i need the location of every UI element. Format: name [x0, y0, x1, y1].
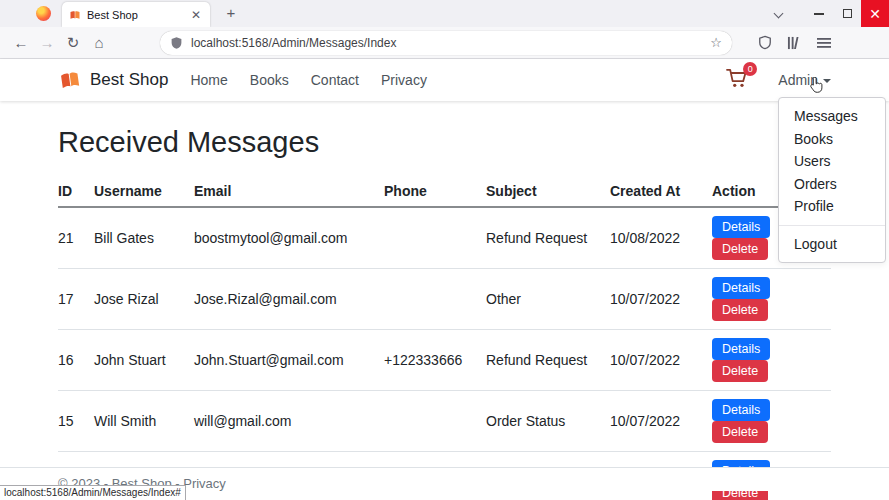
table-header-row: ID Username Email Phone Subject Created … [58, 176, 831, 207]
cell-subject: Order Status [486, 391, 610, 452]
cell-id: 21 [58, 207, 94, 269]
tab-list-chevron-icon[interactable] [775, 10, 783, 18]
page-title: Received Messages [58, 126, 831, 159]
table-row: 16 John Stuart John.Stuart@gmail.com +12… [58, 330, 831, 391]
bookmark-star-icon[interactable]: ☆ [710, 35, 722, 50]
cell-created: 10/08/2022 [610, 207, 712, 269]
nav-contact[interactable]: Contact [311, 72, 359, 88]
cell-phone [384, 269, 486, 330]
url-text[interactable]: localhost:5168/Admin/Messages/Index [191, 36, 710, 50]
details-button[interactable]: Details [712, 399, 770, 421]
cell-action: DetailsDelete [712, 269, 831, 330]
chevron-down-icon [823, 79, 831, 83]
firefox-icon [36, 6, 51, 21]
site-header: Best Shop Home Books Contact Privacy 0 A… [0, 59, 889, 101]
toolbar-right-icons [758, 35, 831, 50]
admin-dropdown-menu: Messages Books Users Orders Profile Logo… [778, 97, 886, 263]
cell-username: Will Smith [94, 391, 194, 452]
forward-icon: → [34, 34, 60, 51]
col-header-username: Username [94, 176, 194, 207]
cell-username: Bill Gates [94, 207, 194, 269]
details-button[interactable]: Details [712, 277, 770, 299]
cell-subject: Refund Request [486, 330, 610, 391]
messages-table: ID Username Email Phone Subject Created … [58, 176, 831, 500]
cell-phone: +122333666 [384, 330, 486, 391]
cell-created: 10/07/2022 [610, 391, 712, 452]
tab-title: Best Shop [87, 9, 189, 21]
main-content: Received Messages ID Username Email Phon… [0, 101, 889, 500]
admin-dropdown-toggle[interactable]: Admin [778, 72, 831, 88]
cell-subject: Other [486, 269, 610, 330]
header-right: 0 Admin [726, 68, 831, 92]
brand[interactable]: Best Shop [58, 69, 168, 91]
library-icon[interactable] [787, 36, 802, 50]
delete-button[interactable]: Delete [712, 238, 768, 260]
cell-id: 15 [58, 391, 94, 452]
nav-home[interactable]: Home [190, 72, 227, 88]
cell-email: Jose.Rizal@gmail.com [194, 269, 384, 330]
col-header-phone: Phone [384, 176, 486, 207]
cell-email: John.Stuart@gmail.com [194, 330, 384, 391]
browser-tab[interactable]: Best Shop ✕ [62, 2, 210, 27]
menu-item-logout[interactable]: Logout [779, 233, 885, 256]
delete-button[interactable]: Delete [712, 360, 768, 382]
window-controls: ✕ [805, 0, 889, 27]
tab-favicon-icon [69, 9, 81, 21]
col-header-email: Email [194, 176, 384, 207]
shield-icon[interactable] [170, 36, 183, 50]
menu-divider [779, 225, 885, 226]
maximize-button[interactable] [833, 0, 861, 27]
address-bar[interactable]: localhost:5168/Admin/Messages/Index ☆ [160, 31, 732, 55]
cell-phone [384, 391, 486, 452]
cell-phone [384, 207, 486, 269]
status-bar: localhost:5168/Admin/Messages/Index# [0, 485, 186, 500]
table-row: 21 Bill Gates boostmytool@gmail.com Refu… [58, 207, 831, 269]
menu-item-users[interactable]: Users [779, 150, 885, 173]
col-header-created: Created At [610, 176, 712, 207]
protections-shield-icon[interactable] [758, 35, 772, 50]
new-tab-button[interactable]: + [222, 4, 240, 22]
cell-created: 10/07/2022 [610, 330, 712, 391]
main-nav: Home Books Contact Privacy [190, 72, 426, 88]
cart-badge: 0 [743, 62, 757, 76]
table-row: 17 Jose Rizal Jose.Rizal@gmail.com Other… [58, 269, 831, 330]
nav-privacy[interactable]: Privacy [381, 72, 427, 88]
cell-action: DetailsDelete [712, 391, 831, 452]
cell-action: DetailsDelete [712, 330, 831, 391]
minimize-button[interactable] [805, 0, 833, 27]
nav-books[interactable]: Books [250, 72, 289, 88]
cell-email: boostmytool@gmail.com [194, 207, 384, 269]
cell-email: will@gmail.com [194, 391, 384, 452]
menu-item-orders[interactable]: Orders [779, 173, 885, 196]
menu-icon[interactable] [817, 37, 831, 49]
home-icon[interactable]: ⌂ [86, 34, 112, 51]
details-button[interactable]: Details [712, 338, 770, 360]
cell-id: 17 [58, 269, 94, 330]
delete-button[interactable]: Delete [712, 299, 768, 321]
cart-button[interactable]: 0 [726, 68, 748, 92]
reload-icon[interactable]: ↻ [60, 34, 86, 52]
cell-username: John Stuart [94, 330, 194, 391]
menu-item-books[interactable]: Books [779, 128, 885, 151]
col-header-subject: Subject [486, 176, 610, 207]
cell-id: 16 [58, 330, 94, 391]
menu-item-messages[interactable]: Messages [779, 105, 885, 128]
tab-close-icon[interactable]: ✕ [189, 8, 203, 22]
cell-username: Jose Rizal [94, 269, 194, 330]
admin-label: Admin [778, 72, 818, 88]
browser-titlebar: Best Shop ✕ + ✕ [0, 0, 889, 27]
menu-item-profile[interactable]: Profile [779, 195, 885, 218]
col-header-id: ID [58, 176, 94, 207]
brand-name[interactable]: Best Shop [90, 70, 168, 90]
footer-privacy-link[interactable]: Privacy [183, 476, 226, 491]
details-button[interactable]: Details [712, 216, 770, 238]
close-button[interactable]: ✕ [861, 0, 889, 27]
delete-button[interactable]: Delete [712, 421, 768, 443]
browser-toolbar: ← → ↻ ⌂ localhost:5168/Admin/Messages/In… [0, 27, 889, 59]
table-row: 15 Will Smith will@gmail.com Order Statu… [58, 391, 831, 452]
brand-logo-icon [58, 69, 82, 91]
cell-subject: Refund Request [486, 207, 610, 269]
back-icon[interactable]: ← [8, 34, 34, 51]
cell-created: 10/07/2022 [610, 269, 712, 330]
